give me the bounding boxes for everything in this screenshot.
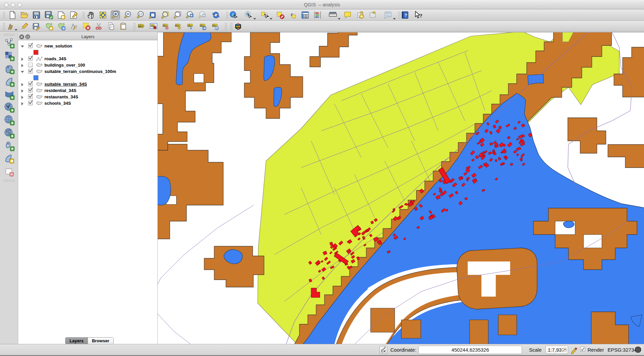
svg-text:abc: abc <box>187 24 192 27</box>
svg-text:?: ? <box>420 13 422 18</box>
svg-text:?: ? <box>404 13 407 18</box>
svg-text:abc: abc <box>138 24 143 28</box>
svg-text:1:1: 1:1 <box>139 13 142 15</box>
svg-text:T: T <box>387 13 389 16</box>
svg-text:ab: ab <box>151 24 154 27</box>
